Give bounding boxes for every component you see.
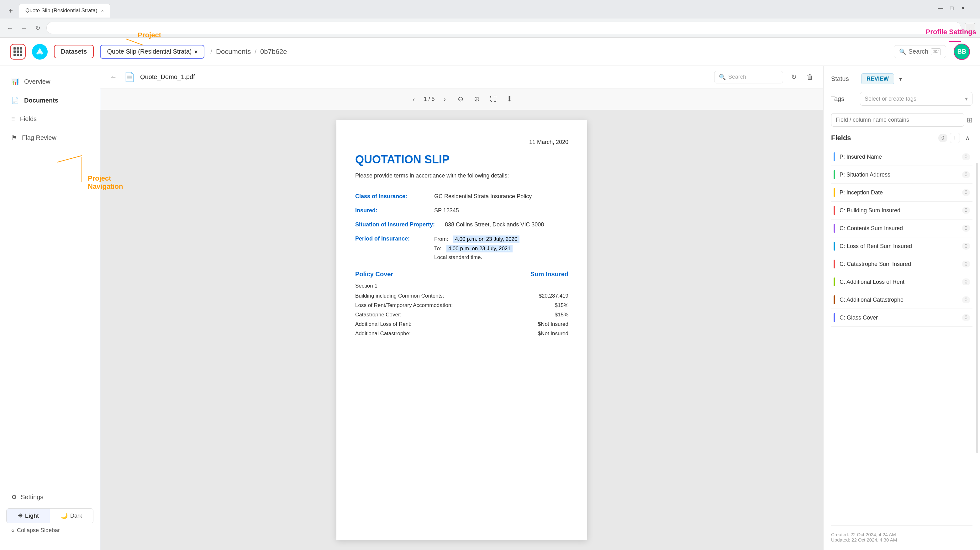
download-button[interactable]: ⬇ — [504, 94, 515, 105]
field-item[interactable]: C: Catastrophe Sum Insured 0 — [831, 255, 972, 273]
tags-dropdown-icon: ▾ — [965, 95, 968, 102]
field-item[interactable]: C: Building Sum Insured 0 — [831, 202, 972, 220]
overview-icon: 📊 — [11, 78, 19, 85]
situation-label: Situation of Insured Property: — [355, 222, 435, 228]
fullscreen-button[interactable]: ⛶ — [487, 94, 499, 105]
prev-page-button[interactable]: ‹ — [409, 94, 418, 104]
created-timestamp: Created: 22 Oct 2024, 4:24 AM — [831, 532, 972, 537]
sun-icon: ☀ — [18, 512, 22, 519]
doc-back-button[interactable]: ← — [108, 72, 119, 83]
field-color-bar — [834, 152, 835, 161]
search-kbd: ⌘/ — [931, 48, 941, 55]
browser-menu-button[interactable]: ⋮ — [965, 23, 975, 33]
sidebar-item-flag-review[interactable]: ⚑ Flag Review — [3, 129, 97, 147]
status-badge: REVIEW — [861, 73, 894, 84]
field-count-badge: 0 — [962, 243, 970, 250]
doc-field-situation: Situation of Insured Property: 838 Colli… — [355, 222, 568, 228]
active-tab[interactable]: Quote Slip (Residential Strata) × — [19, 4, 110, 18]
maximize-button[interactable]: □ — [947, 4, 956, 13]
field-filter-input[interactable] — [831, 113, 964, 127]
zoom-in-button[interactable]: ⊕ — [471, 94, 482, 105]
download-icon: ⬇ — [507, 95, 512, 103]
next-page-button[interactable]: › — [440, 94, 450, 104]
minimize-button[interactable]: — — [936, 4, 945, 13]
field-count-badge: 0 — [962, 261, 970, 268]
user-avatar[interactable]: BB — [954, 44, 970, 60]
grid-icon — [13, 47, 22, 56]
apps-grid-button[interactable] — [10, 44, 26, 60]
tags-input[interactable]: Select or create tags ▾ — [860, 92, 972, 106]
sidebar-item-fields[interactable]: ≡ Fields — [3, 110, 97, 128]
status-dropdown-button[interactable]: ▾ — [899, 76, 902, 83]
doc-row-3: Additional Loss of Rent: $Not Insured — [355, 321, 568, 327]
theme-dark-button[interactable]: 🌙 Dark — [50, 509, 93, 523]
row-value-0: $20,287,419 — [539, 293, 568, 299]
doc-search-input[interactable]: 🔍 Search — [714, 71, 783, 83]
collapse-label: Collapse Sidebar — [17, 527, 60, 534]
situation-value: 838 Collins Street, Docklands VIC 3008 — [445, 222, 544, 228]
project-annotation-line — [126, 38, 143, 45]
sidebar-item-documents[interactable]: 📄 Documents — [3, 92, 97, 109]
field-item[interactable]: P: Insured Name 0 — [831, 148, 972, 166]
datasets-button[interactable]: Datasets — [54, 45, 94, 58]
field-item[interactable]: C: Contents Sum Insured 0 — [831, 220, 972, 238]
row-value-3: $Not Insured — [538, 321, 568, 327]
project-dropdown-button[interactable]: Quote Slip (Residential Strata) ▾ — [100, 45, 204, 59]
sidebar-item-overview[interactable]: 📊 Overview — [3, 73, 97, 90]
field-item[interactable]: P: Situation Address 0 — [831, 166, 972, 184]
fields-count-badge: 0 — [938, 134, 947, 142]
filter-icon[interactable]: ⊞ — [967, 116, 972, 124]
address-bar[interactable] — [46, 22, 961, 34]
field-item[interactable]: C: Additional Loss of Rent 0 — [831, 273, 972, 291]
global-search-bar[interactable]: 🔍 Search ⌘/ — [894, 45, 946, 58]
field-item[interactable]: C: Loss of Rent Sum Insured 0 — [831, 238, 972, 255]
field-count-badge: 0 — [962, 153, 970, 160]
field-item[interactable]: C: Additional Catastrophe 0 — [831, 291, 972, 309]
prev-icon: ‹ — [412, 96, 415, 102]
field-name-label: P: Insured Name — [840, 154, 962, 160]
theme-light-button[interactable]: ☀ Light — [6, 509, 50, 523]
field-count-badge: 0 — [962, 171, 970, 178]
collapse-sidebar-button[interactable]: « Collapse Sidebar — [6, 523, 94, 537]
document-content: 11 March, 2020 QUOTATION SLIP Please pro… — [100, 110, 823, 550]
breadcrumb-doc-id[interactable]: 0b7b62e — [260, 48, 287, 56]
search-label: Search — [908, 48, 928, 55]
panel-footer: Created: 22 Oct 2024, 4:24 AM Updated: 2… — [831, 525, 972, 542]
field-count-badge: 0 — [962, 225, 970, 232]
field-color-bar — [834, 260, 835, 268]
zoom-out-button[interactable]: ⊖ — [455, 94, 466, 105]
close-button[interactable]: × — [959, 4, 967, 13]
document-page: 11 March, 2020 QUOTATION SLIP Please pro… — [336, 120, 587, 540]
period-note: Local standard time. — [434, 254, 519, 261]
fields-header: Fields 0 + ∧ — [831, 133, 972, 143]
back-button[interactable]: ← — [5, 23, 15, 33]
document-subtitle: Please provide terms in accordance with … — [355, 172, 568, 183]
status-row: Status REVIEW ▾ — [831, 73, 972, 84]
tab-close-icon[interactable]: × — [101, 8, 104, 13]
row-item-0: Building including Common Contents: — [355, 293, 444, 299]
field-item[interactable]: C: Glass Cover 0 — [831, 309, 972, 327]
breadcrumb-documents[interactable]: Documents — [216, 48, 251, 56]
doc-refresh-button[interactable]: ↻ — [788, 72, 799, 83]
sidebar-item-settings[interactable]: ⚙ Settings — [6, 489, 94, 505]
period-value: From: 4.00 p.m. on 23 July, 2020 To: 4.0… — [434, 236, 519, 261]
refresh-button[interactable]: ↻ — [33, 23, 43, 33]
dropdown-chevron-icon: ▾ — [194, 48, 197, 56]
new-tab-button[interactable]: + — [5, 5, 16, 16]
collapse-fields-button[interactable]: ∧ — [963, 133, 972, 143]
settings-icon: ⚙ — [11, 493, 17, 501]
field-name-label: C: Catastrophe Sum Insured — [840, 261, 962, 268]
scrollbar[interactable] — [976, 163, 978, 453]
page-controls: ‹ 1 / 5 › ⊖ ⊕ — [100, 88, 823, 110]
insured-label: Insured: — [355, 207, 424, 214]
row-value-4: $Not Insured — [538, 330, 568, 337]
field-color-bar — [834, 206, 835, 215]
forward-button[interactable]: → — [19, 23, 29, 33]
field-item[interactable]: P: Inception Date 0 — [831, 184, 972, 202]
doc-delete-button[interactable]: 🗑 — [805, 72, 816, 83]
add-field-button[interactable]: + — [950, 133, 960, 143]
settings-label: Settings — [21, 494, 43, 501]
breadcrumb-sep-1: / — [211, 48, 213, 55]
field-color-bar — [834, 295, 835, 304]
period-to-value: 4.00 p.m. on 23 July, 2021 — [446, 245, 512, 252]
